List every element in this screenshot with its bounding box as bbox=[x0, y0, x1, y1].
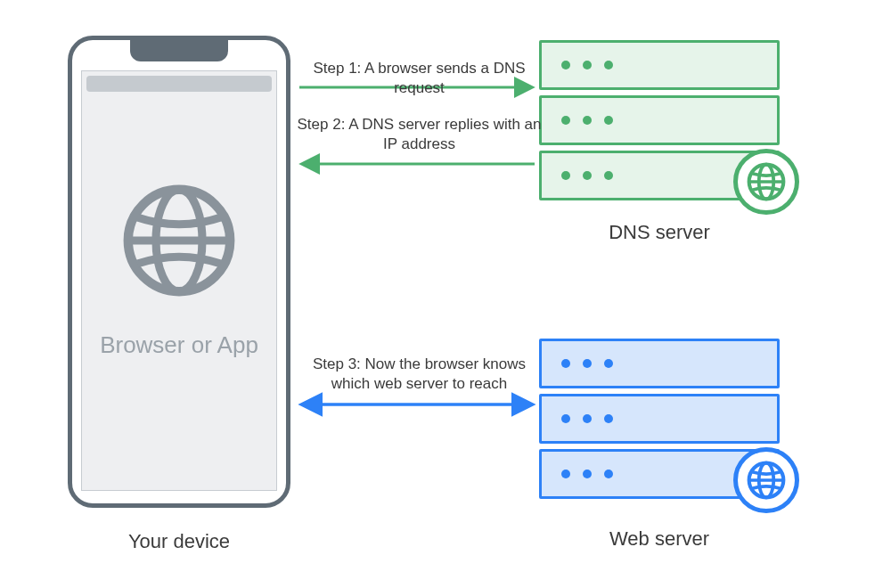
server-rack bbox=[539, 339, 780, 388]
server-rack bbox=[539, 394, 780, 444]
device-caption: Your device bbox=[68, 530, 290, 553]
server-rack bbox=[539, 40, 780, 90]
globe-icon bbox=[121, 183, 237, 298]
web-server-stack bbox=[539, 339, 780, 499]
step2-label: Step 2: A DNS server replies with an IP … bbox=[297, 115, 542, 154]
step3-label: Step 3: Now the browser knows which web … bbox=[297, 355, 542, 394]
phone-url-bar bbox=[86, 76, 272, 92]
device-phone: Browser or App bbox=[68, 36, 290, 508]
phone-notch bbox=[130, 38, 228, 61]
globe-icon bbox=[733, 447, 799, 513]
web-server-caption: Web server bbox=[539, 527, 780, 551]
phone-app-label: Browser or App bbox=[82, 331, 276, 359]
server-rack bbox=[539, 95, 780, 145]
phone-screen: Browser or App bbox=[81, 70, 277, 491]
globe-icon bbox=[733, 149, 799, 215]
step1-label: Step 1: A browser sends a DNS request bbox=[297, 59, 542, 98]
dns-server-stack bbox=[539, 40, 780, 200]
dns-server-caption: DNS server bbox=[539, 221, 780, 244]
